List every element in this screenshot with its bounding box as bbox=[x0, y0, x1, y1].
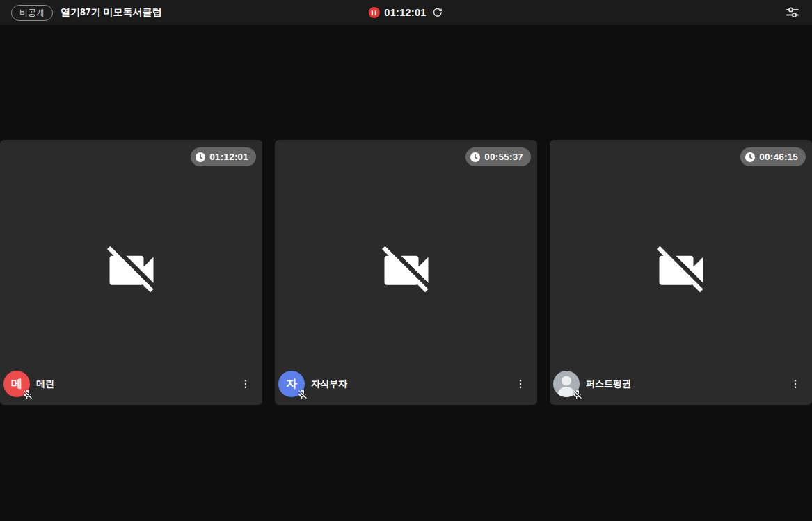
meeting-room-page: { "colors": { "page_bg": "#0e0e0e", "top… bbox=[0, 0, 812, 521]
camera-off-icon bbox=[377, 241, 436, 299]
session-time: 01:12:01 bbox=[384, 7, 426, 18]
pause-icon[interactable] bbox=[368, 7, 379, 18]
kebab-menu-icon[interactable] bbox=[788, 376, 802, 392]
participant-timer-badge: 01:12:01 bbox=[191, 147, 256, 166]
kebab-menu-icon[interactable] bbox=[239, 376, 253, 392]
mic-off-icon bbox=[22, 389, 33, 400]
participant-timer-badge: 00:46:15 bbox=[740, 147, 806, 166]
room-title: 열기87기 미모독서클럽 bbox=[61, 6, 161, 19]
tune-sliders-icon[interactable] bbox=[784, 4, 801, 21]
participant-tile[interactable]: 00:55:37 자 자식부자 bbox=[275, 140, 537, 405]
kebab-menu-icon[interactable] bbox=[514, 376, 527, 392]
refresh-icon[interactable] bbox=[431, 6, 444, 19]
participant-tile[interactable]: 01:12:01 메 메린 bbox=[0, 140, 262, 405]
video-grid: 01:12:01 메 메린 bbox=[0, 140, 812, 405]
clock-icon bbox=[470, 152, 481, 163]
session-timer: 01:12:01 bbox=[368, 6, 443, 19]
privacy-badge: 비공개 bbox=[11, 5, 53, 21]
avatar: 자 bbox=[278, 371, 305, 397]
participant-name: 퍼스트펭귄 bbox=[586, 378, 631, 390]
mic-off-icon bbox=[572, 389, 583, 400]
topbar: 비공개 열기87기 미모독서클럽 01:12:01 bbox=[0, 0, 812, 25]
avatar: 메 bbox=[3, 371, 30, 397]
participant-tile[interactable]: 00:46:15 퍼스트펭귄 bbox=[550, 140, 812, 405]
camera-off-icon bbox=[652, 241, 710, 299]
participant-info: 퍼스트펭귄 bbox=[553, 371, 802, 397]
participant-name: 메린 bbox=[36, 378, 54, 390]
participant-info: 자 자식부자 bbox=[278, 371, 527, 397]
camera-off-icon bbox=[102, 241, 161, 299]
participant-info: 메 메린 bbox=[3, 371, 253, 397]
clock-icon bbox=[745, 152, 756, 163]
participant-name: 자식부자 bbox=[311, 378, 347, 390]
clock-icon bbox=[195, 152, 206, 163]
participant-timer-badge: 00:55:37 bbox=[465, 147, 531, 166]
mic-off-icon bbox=[297, 389, 308, 400]
avatar bbox=[553, 371, 580, 397]
